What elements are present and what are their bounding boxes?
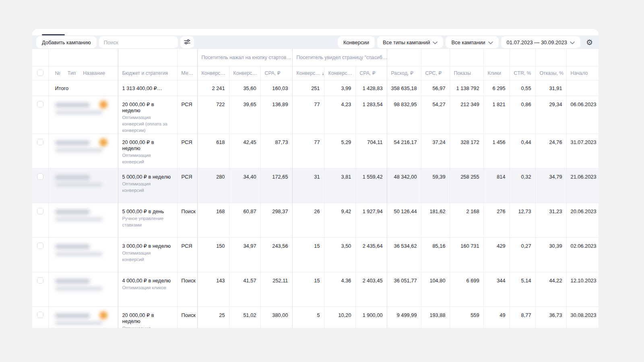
totals-ctr: 0,55 [510, 80, 535, 96]
conversions-button[interactable]: Конверсии [338, 36, 375, 48]
cost-cell: 98 832,95 [387, 96, 421, 134]
totals-clicks: 6 295 [483, 80, 510, 96]
chevron-down-icon [570, 39, 575, 45]
totals-budget: 1 313 400,00 ₽… [118, 80, 177, 96]
conv-rate-1-cell: 34,40 [229, 169, 260, 203]
col-number: № [55, 70, 60, 76]
start-date-cell: 30.08.2023 [566, 307, 599, 328]
blurred-campaign-name [49, 172, 118, 193]
col-conv-rate-1[interactable]: Конверс… [229, 66, 260, 80]
date-range-picker[interactable]: 01.07.2023 — 30.09.2023 [501, 36, 580, 48]
col-name: Название [83, 70, 105, 76]
clicks-cell: 1 456 [483, 134, 510, 169]
col-start-date[interactable]: Начало [566, 66, 599, 80]
campaign-name-cell-blurred[interactable] [48, 307, 118, 328]
cpa-2-cell: 1 559,42 [355, 169, 387, 203]
col-cost[interactable]: Расход, ₽ [387, 66, 421, 80]
blurred-campaign-name [49, 276, 118, 297]
row-checkbox[interactable] [37, 277, 43, 284]
ctr-cell: 12,73 [510, 203, 535, 238]
col-clicks[interactable]: Клики [483, 66, 510, 80]
impressions-cell: 559 [450, 307, 483, 328]
campaigns-table: Посетитель нажал на кнопку стартов… Посе… [32, 49, 599, 328]
col-conversions-2-sorted[interactable]: Конверс…↓ [292, 66, 324, 80]
campaign-name-cell-blurred[interactable] [48, 272, 118, 307]
filter-button[interactable] [180, 36, 194, 48]
goal-group-2[interactable]: Посетитель увидел страницу "спасиб… [292, 49, 387, 66]
col-budget-strategy[interactable]: Бюджет и стратегия [118, 66, 177, 80]
column-header-row: № Тип Название Бюджет и стратегия Ме… Ко… [32, 66, 599, 80]
row-checkbox[interactable] [37, 173, 43, 180]
checkbox-cell [32, 307, 48, 328]
budget-strategy-cell: 5 000,00 ₽ в неделю Оптимизация конверси… [118, 169, 177, 203]
conv-rate-2-cell: 3,81 [324, 169, 355, 203]
ctr-cell: 5,14 [510, 272, 535, 307]
col-cpc[interactable]: CPC, ₽ [421, 66, 450, 80]
cpa-1-cell: 252,11 [260, 272, 292, 307]
campaign-name-cell-blurred[interactable] [48, 96, 118, 134]
settings-button[interactable]: ⚙ [584, 39, 594, 46]
filters-icon [184, 39, 190, 46]
campaign-name-cell-blurred[interactable] [48, 169, 118, 203]
conversions-1-cell: 143 [197, 272, 229, 307]
toolbar: Добавить кампанию Конверсии Все типы кам… [32, 35, 599, 49]
goal-group-1[interactable]: Посетитель нажал на кнопку стартов… [197, 49, 292, 66]
totals-bounce: 31,91 [535, 80, 566, 96]
add-campaign-button[interactable]: Добавить кампанию [36, 36, 97, 48]
sort-desc-icon: ↓ [322, 71, 324, 76]
cost-cell: 36 534,62 [387, 238, 421, 272]
col-ctr[interactable]: CTR, % [510, 66, 535, 80]
campaigns-label: Все кампании [451, 39, 485, 45]
col-bounce[interactable]: Отказы, % [535, 66, 566, 80]
col-conversions-1[interactable]: Конверс… [197, 66, 229, 80]
tab-strip [32, 29, 599, 35]
strategy-value: Оптимизация конверсий (оплата за конверс… [122, 115, 173, 134]
budget-strategy-cell: 20 000,00 ₽ в неделю Оптимизация конверс… [118, 134, 177, 169]
clicks-cell: 429 [483, 238, 510, 272]
cpa-1-cell: 87,73 [260, 134, 292, 169]
start-date-cell: 06.06.2023 [566, 96, 599, 134]
blurred-campaign-name [49, 241, 118, 263]
budget-value: 20 000,00 ₽ в неделю [122, 101, 173, 113]
campaign-name-cell-blurred[interactable] [48, 203, 118, 238]
campaign-types-dropdown[interactable]: Все типы кампаний [377, 36, 443, 48]
budget-strategy-cell: 20 000,00 ₽ в неделю Оптимизация конверс… [118, 96, 177, 134]
blurred-campaign-name [49, 310, 118, 328]
conv-rate-1-cell: 41,57 [229, 272, 260, 307]
conversions-1-cell: 722 [197, 96, 229, 134]
search-input[interactable] [99, 36, 178, 48]
row-checkbox[interactable] [37, 101, 43, 107]
totals-conversions-2: 251 [292, 80, 324, 96]
budget-value: 5 000,00 ₽ в неделю [122, 174, 173, 180]
row-checkbox[interactable] [37, 139, 43, 145]
campaign-name-cell-blurred[interactable] [48, 238, 118, 272]
totals-row: Итого 1 313 400,00 ₽… 2 241 35,60 160,03… [32, 80, 599, 96]
row-checkbox[interactable] [37, 312, 43, 318]
select-all-checkbox[interactable] [37, 70, 43, 76]
row-checkbox[interactable] [37, 243, 43, 249]
ctr-cell: 8,77 [510, 307, 535, 328]
campaigns-dropdown[interactable]: Все кампании [446, 36, 498, 48]
strategy-value: Ручное управление ставками [122, 216, 173, 228]
budget-value: 4 000,00 ₽ в неделю [122, 278, 173, 284]
col-conv-rate-2[interactable]: Конверс… [324, 66, 355, 80]
totals-cost: 358 635,18 [387, 80, 421, 96]
col-impressions[interactable]: Показы [450, 66, 483, 80]
col-type: Тип [68, 70, 76, 76]
row-checkbox[interactable] [37, 208, 43, 214]
budget-value: 3 000,00 ₽ в неделю [122, 243, 173, 249]
name-columns-header[interactable]: № Тип Название [48, 66, 118, 80]
conv-rate-2-cell: 9,42 [324, 203, 355, 238]
cost-cell: 50 126,44 [387, 203, 421, 238]
col-placement[interactable]: Ме… [177, 66, 197, 80]
budget-strategy-cell: 5 000,00 ₽ в день Ручное управление став… [118, 203, 177, 238]
cpc-cell: 54,27 [421, 96, 450, 134]
clicks-cell: 1 821 [483, 96, 510, 134]
placement-cell: Поиск [177, 203, 197, 238]
conversions-1-cell: 280 [197, 169, 229, 203]
impressions-cell: 212 349 [450, 96, 483, 134]
cpa-2-cell: 704,11 [355, 134, 387, 169]
col-cpa-1[interactable]: CPA, ₽ [260, 66, 292, 80]
col-cpa-2[interactable]: CPA, ₽ [355, 66, 387, 80]
campaign-name-cell-blurred[interactable] [48, 134, 118, 169]
